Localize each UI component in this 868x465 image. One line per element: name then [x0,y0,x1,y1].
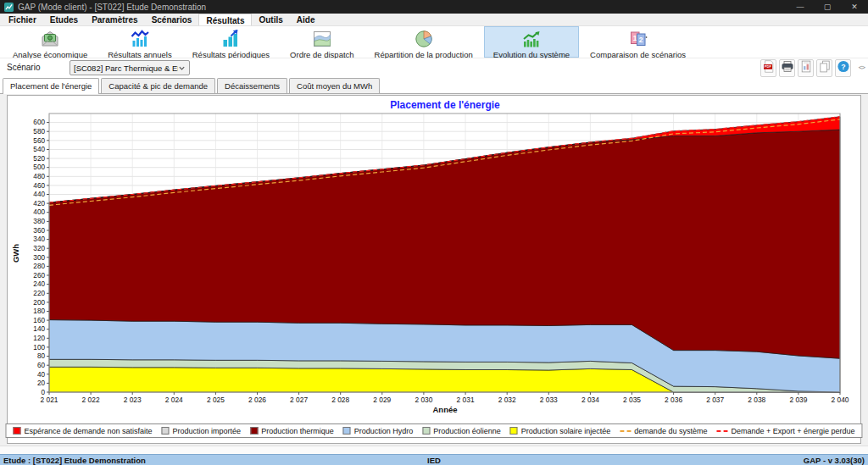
legend-label: Production thermique [261,427,334,435]
tab-decaissements[interactable]: Décaissements [217,78,287,93]
svg-text:20: 20 [37,379,46,387]
status-center: IED [427,456,441,465]
scenario-row: Scénario [SC082] Parc Thermique & ENR PD… [0,58,868,78]
chart-panel: Placement de l'énergie 02040608010012014… [7,95,861,444]
printer-icon [781,59,794,77]
svg-text:440: 440 [33,191,45,198]
chart-legend: Espérance de demande non satisfaiteProdu… [5,423,862,438]
svg-text:460: 460 [33,182,45,190]
window-controls: — ▢ ✕ [787,0,868,14]
legend-dash [716,430,727,432]
legend-item: Production éolienne [422,427,501,435]
scenario-dropdown[interactable]: [SC082] Parc Thermique & ENR [70,60,190,75]
maximize-button[interactable]: ▢ [814,0,841,14]
svg-text:GWh: GWh [11,244,20,263]
svg-text:140: 140 [33,325,45,333]
menu-bar: FichierEtudesParamètresScénariosRésultat… [0,14,868,26]
menu-outils[interactable]: Outils [252,14,289,25]
svg-text:2 037: 2 037 [706,396,724,404]
image-export-button[interactable] [798,59,814,77]
legend-label: Espérance de demande non satisfaite [24,427,152,435]
svg-text:560: 560 [33,137,45,145]
legend-dash [620,430,631,432]
help-icon: ? [837,59,850,77]
svg-text:500: 500 [33,163,45,171]
legend-swatch [162,427,170,435]
button-evolution-systeme[interactable]: Evolution du système [484,26,579,58]
legend-item: demande du système [620,427,707,435]
menu-etudes[interactable]: Etudes [43,14,85,25]
menu-fichier[interactable]: Fichier [2,14,43,25]
svg-text:100: 100 [33,344,45,352]
tab-cout-moyen-mwh[interactable]: Coût moyen du MWh [289,78,380,93]
menu-parametres[interactable]: Paramètres [85,14,144,25]
svg-text:2 027: 2 027 [290,396,308,404]
svg-text:2 039: 2 039 [789,396,807,404]
svg-text:180: 180 [33,307,45,315]
legend-label: Demande + Export + énergie perdue [731,427,854,435]
status-strip [0,446,868,454]
annual-results-icon [129,29,151,49]
status-study: Etude : [ST022] Etude Demonstration [3,456,146,465]
svg-text:2 033: 2 033 [540,396,558,404]
tab-content: Placement de l'énergie 02040608010012014… [0,94,868,446]
menu-scenarios[interactable]: Scénarios [145,14,199,25]
button-analyse-economique[interactable]: Analyse économique [3,26,97,58]
quick-actions: PDF? [760,58,851,78]
svg-text:Placement de l'énergie: Placement de l'énergie [390,99,500,111]
svg-text:2 029: 2 029 [373,396,391,404]
dispatch-order-icon [311,29,333,49]
tab-placement-energie[interactable]: Placement de l'énergie [3,78,99,94]
window-titlebar: GAP (Mode client) - [ST022] Etude Demons… [0,0,868,14]
status-version: GAP - v 3.03(30) [804,456,865,465]
legend-swatch [422,427,430,435]
button-resultats-annuels[interactable]: Résultats annuels [98,26,181,58]
svg-text:280: 280 [33,263,45,270]
print-button[interactable] [779,59,795,77]
menu-resultats[interactable]: Résultats [198,14,252,25]
svg-text:60: 60 [37,362,46,369]
copy-button[interactable] [816,59,832,77]
splitter-handle-icon[interactable]: <> [859,64,865,71]
svg-text:2 026: 2 026 [248,396,266,404]
button-resultats-periodiques[interactable]: Résultats périodiques [183,26,279,58]
status-bar: Etude : [ST022] Etude Demonstration IED … [0,454,868,465]
image-export-icon [799,59,813,77]
legend-swatch [343,427,351,435]
legend-item: Production solaire injectée [510,427,611,435]
svg-text:320: 320 [33,245,45,252]
chevron-down-icon [178,64,186,72]
system-evolution-icon [520,29,542,49]
svg-text:240: 240 [33,280,45,288]
legend-label: Production solaire injectée [521,427,611,435]
minimize-button[interactable]: — [787,0,814,14]
svg-text:80: 80 [37,352,46,360]
tab-capacite-pic-demande[interactable]: Capacité & pic de demande [101,78,215,93]
svg-text:2 031: 2 031 [457,396,475,404]
svg-text:2 024: 2 024 [165,396,183,404]
svg-text:520: 520 [33,155,45,163]
legend-item: Demande + Export + énergie perdue [716,427,854,435]
button-repartition-production[interactable]: Répartition de la production [365,26,482,58]
svg-text:PDF: PDF [764,64,771,69]
svg-text:2 021: 2 021 [41,396,58,404]
svg-text:200: 200 [33,299,45,307]
svg-text:160: 160 [33,317,45,324]
svg-text:2 030: 2 030 [415,396,432,404]
svg-text:360: 360 [33,227,45,235]
svg-text:2 032: 2 032 [498,396,516,404]
svg-text:2: 2 [638,36,643,44]
close-button[interactable]: ✕ [841,0,868,14]
svg-text:400: 400 [33,208,45,216]
menu-aide[interactable]: Aide [290,14,322,25]
help-button[interactable]: ? [835,59,851,77]
legend-swatch [510,427,518,435]
svg-text:2 038: 2 038 [748,396,765,404]
pdf-export-button[interactable]: PDF [760,59,776,77]
svg-text:380: 380 [33,218,45,225]
svg-text:2 035: 2 035 [623,396,641,404]
scenario-dropdown-value: [SC082] Parc Thermique & ENR [74,64,178,73]
button-ordre-de-dispatch[interactable]: Ordre de dispatch [281,26,364,58]
svg-text:420: 420 [33,200,45,208]
button-comparaison-scenarios[interactable]: 12Comparaison de scénarios [581,26,695,58]
